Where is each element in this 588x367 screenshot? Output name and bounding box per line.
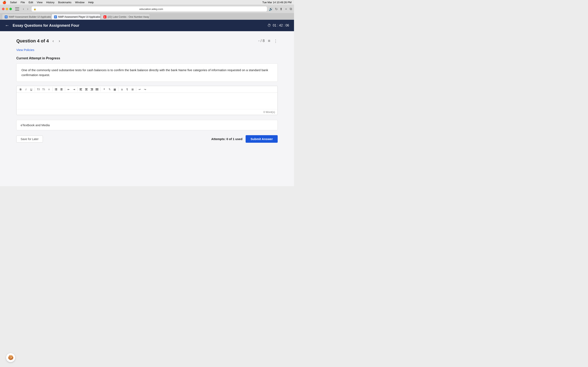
align-left-button[interactable]: [79, 87, 84, 92]
align-center-button[interactable]: [84, 87, 89, 92]
svg-rect-14: [80, 90, 82, 90]
special-char-button[interactable]: á: [120, 87, 124, 92]
share-icon[interactable]: ⬆: [280, 7, 282, 11]
url-text: education.wiley.com: [38, 8, 265, 11]
blockquote-button[interactable]: ❝: [102, 87, 107, 92]
menu-edit[interactable]: Edit: [29, 1, 33, 4]
question-score: - / 8: [258, 39, 265, 43]
show-blocks-button[interactable]: ⊞: [130, 87, 135, 92]
table-button[interactable]: ▦: [112, 87, 117, 92]
svg-rect-22: [95, 89, 98, 90]
svg-rect-16: [86, 89, 87, 90]
svg-rect-2: [55, 89, 55, 90]
browser-toolbar: ‹ › 🔒 education.wiley.com 🔊 ↻ ⬆ ＋ ⧉: [0, 5, 294, 13]
question-label: Question 4 of 4: [16, 38, 49, 44]
svg-rect-3: [56, 89, 57, 90]
tab-label-3: (22) Luke Combs - One Number Away (Lyric…: [108, 16, 150, 18]
superscript-button[interactable]: T1: [41, 87, 46, 92]
traffic-lights: [2, 8, 12, 10]
browser-forward-button[interactable]: ›: [26, 7, 29, 11]
menu-file[interactable]: File: [21, 1, 25, 4]
rtl-button[interactable]: ↰: [107, 87, 112, 92]
new-tab-icon[interactable]: ＋: [285, 7, 288, 11]
rich-text-editor[interactable]: B I U T2 T1 I 1: [16, 86, 278, 115]
svg-rect-5: [56, 90, 57, 90]
question-next-button[interactable]: ›: [58, 38, 61, 44]
current-attempt-label: Current Attempt in Progress: [16, 57, 278, 60]
indent-decrease-button[interactable]: ⇤: [66, 87, 71, 92]
toolbar-separator-4: [77, 87, 78, 91]
mac-menubar: 🍎 NWP Assessment Builder UI Application …: [0, 0, 294, 5]
align-justify-button[interactable]: [95, 87, 99, 92]
question-more-icon[interactable]: ⋮: [274, 39, 278, 43]
svg-rect-23: [95, 90, 98, 90]
indent-increase-button[interactable]: ⇥: [71, 87, 76, 92]
attempts-text: Attempts: 0 of 1 used: [211, 137, 242, 141]
menu-window[interactable]: Window: [75, 1, 85, 4]
audio-icon[interactable]: 🔊: [269, 7, 273, 11]
minimize-window-button[interactable]: [6, 8, 8, 10]
svg-rect-17: [85, 90, 87, 90]
lock-icon: 🔒: [34, 8, 36, 10]
svg-rect-13: [80, 89, 81, 90]
numbered-list-button[interactable]: 1 2 3: [59, 87, 64, 92]
timer-display: 01 : 42 : 06: [273, 24, 289, 27]
maximize-window-button[interactable]: [9, 8, 12, 10]
tab-overview-icon[interactable]: ⧉: [290, 7, 292, 11]
menu-safari[interactable]: Safari: [10, 1, 17, 4]
browser-back-button[interactable]: ‹: [22, 7, 25, 11]
svg-rect-4: [55, 90, 55, 90]
underline-button[interactable]: U: [29, 87, 34, 92]
svg-rect-0: [55, 88, 55, 89]
tab-label-1: NWP Assessment Builder UI Application: [9, 16, 51, 18]
editor-footer: 0 Word(s): [17, 109, 277, 115]
menu-bookmarks[interactable]: Bookmarks: [58, 1, 71, 4]
editor-body[interactable]: [17, 93, 277, 109]
menu-view[interactable]: View: [37, 1, 43, 4]
address-bar[interactable]: 🔒 education.wiley.com: [31, 6, 267, 12]
svg-rect-15: [85, 88, 87, 89]
back-button[interactable]: ←: [5, 23, 9, 28]
tab-favicon-1: W: [5, 16, 8, 18]
question-list-icon[interactable]: ≡: [268, 39, 270, 43]
refresh-icon[interactable]: ↻: [275, 7, 278, 11]
word-count: 0 Word(s): [263, 110, 275, 114]
menu-history[interactable]: History: [46, 1, 54, 4]
browser-tab-3[interactable]: ▶ (22) Luke Combs - One Number Away (Lyr…: [101, 14, 150, 20]
svg-rect-12: [80, 88, 82, 89]
browser-tab-1[interactable]: W NWP Assessment Builder UI Application: [2, 14, 51, 20]
tab-favicon-3: ▶: [104, 16, 106, 18]
question-nav: Question 4 of 4 ‹ ›: [16, 38, 61, 44]
paragraph-button[interactable]: ¶: [125, 87, 130, 92]
align-right-button[interactable]: [89, 87, 94, 92]
toolbar-separator-2: [52, 87, 53, 91]
view-policies-link[interactable]: View Policies: [16, 48, 34, 52]
sidebar-toggle-button[interactable]: [15, 7, 19, 11]
redo-button[interactable]: ↪: [143, 87, 147, 92]
app-title: Essay Questions for Assignment Four: [13, 24, 264, 28]
question-prev-button[interactable]: ‹: [51, 38, 55, 44]
close-window-button[interactable]: [2, 8, 4, 10]
timer: ⏱ 01 : 42 : 06: [268, 24, 289, 28]
toolbar-separator-3: [65, 87, 65, 91]
italic-button[interactable]: I: [24, 87, 28, 92]
svg-rect-18: [91, 88, 93, 89]
menu-help[interactable]: Help: [88, 1, 94, 4]
svg-rect-7: [61, 88, 62, 89]
app-header: ← Essay Questions for Assignment Four ⏱ …: [0, 20, 294, 31]
browser-tab-2[interactable]: W NWP Assessment Player UI Application: [52, 14, 100, 20]
svg-rect-11: [61, 90, 62, 90]
browser-tabs: W NWP Assessment Builder UI Application …: [0, 13, 294, 20]
undo-button[interactable]: ↩: [137, 87, 142, 92]
bold-button[interactable]: B: [18, 87, 23, 92]
datetime: Tue Mar 14 10:49:26 PM: [262, 1, 292, 4]
strikethrough-button[interactable]: I: [47, 87, 52, 92]
etextbook-section[interactable]: eTextbook and Media: [16, 120, 278, 130]
svg-rect-1: [56, 88, 57, 89]
toolbar-actions: 🔊 ↻ ⬆ ＋ ⧉: [269, 7, 292, 11]
save-for-later-button[interactable]: Save for Later: [16, 136, 43, 142]
subscript-button[interactable]: T2: [36, 87, 41, 92]
submit-answer-button[interactable]: Submit Answer: [246, 135, 278, 143]
toolbar-separator-5: [100, 87, 101, 91]
bullet-list-button[interactable]: [54, 87, 59, 92]
